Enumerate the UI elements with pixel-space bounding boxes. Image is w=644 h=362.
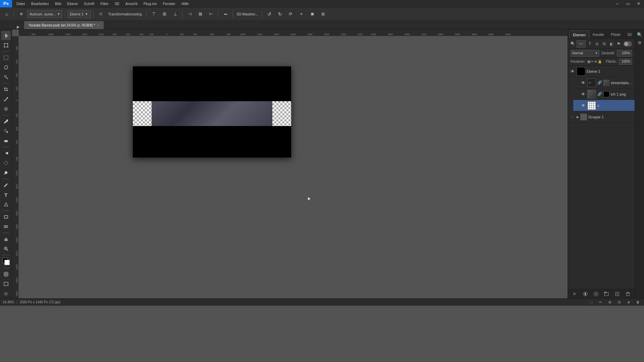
panel-toggle[interactable]: ▶: [17, 25, 19, 29]
bottom-icon-5[interactable]: ⊕: [625, 299, 632, 306]
tool-crop[interactable]: [1, 85, 11, 94]
tool-extra[interactable]: ⊡: [1, 289, 11, 298]
tool-eyedropper[interactable]: [1, 95, 11, 104]
undo-btn[interactable]: ↺: [265, 9, 274, 19]
align-hcenter[interactable]: ⊠: [196, 9, 205, 19]
menu-datei[interactable]: Datei: [13, 0, 28, 7]
menu-ebene[interactable]: Ebene: [64, 0, 81, 7]
minimize-button[interactable]: ─: [612, 0, 623, 7]
move-tool[interactable]: ⊕: [16, 9, 26, 19]
layer-search-field[interactable]: Art: [577, 40, 586, 48]
redo-btn[interactable]: ↻: [275, 9, 285, 19]
mask-btn[interactable]: ▣: [308, 9, 317, 19]
tool-pen[interactable]: [1, 180, 11, 190]
menu-bild[interactable]: Bild: [52, 0, 64, 7]
align-bottom[interactable]: ⊥: [170, 9, 180, 19]
align-vcenter[interactable]: ⊞: [160, 9, 169, 19]
layer-item-z[interactable]: 👁 z: [573, 100, 635, 111]
tool-screen-mode[interactable]: [1, 279, 11, 289]
lock-artboard-icon[interactable]: ⊕: [594, 60, 597, 63]
layer-visibility-streamlabs[interactable]: 👁: [581, 80, 586, 85]
preview-btn[interactable]: ▤: [318, 9, 328, 19]
add-adjustment-button[interactable]: [592, 290, 600, 298]
menu-filter[interactable]: Filter: [97, 0, 111, 7]
panel-icon-search[interactable]: 🔍: [636, 31, 643, 38]
tool-clone-stamp[interactable]: [1, 126, 11, 136]
tool-dodge[interactable]: [1, 168, 11, 177]
tool-move[interactable]: [1, 31, 11, 40]
menu-hilfe[interactable]: Hilfe: [178, 0, 192, 7]
tool-marquee-rect[interactable]: [1, 53, 11, 62]
align-left[interactable]: ⊣: [185, 9, 194, 19]
tool-hand[interactable]: [1, 234, 11, 244]
close-button[interactable]: ✕: [633, 0, 644, 7]
tool-brush[interactable]: [1, 117, 11, 126]
bottom-icon-6[interactable]: 🗑: [635, 299, 641, 306]
lock-position-icon[interactable]: 🔒: [598, 60, 602, 63]
tab-kanaele[interactable]: Kanäle: [589, 31, 607, 39]
maximize-button[interactable]: ▭: [623, 0, 633, 7]
filter-type-btn[interactable]: T: [587, 41, 593, 47]
tool-rectangle[interactable]: [1, 212, 11, 222]
tool-artboard[interactable]: [1, 41, 11, 50]
filter-toggle[interactable]: [624, 41, 632, 47]
layer-item-gruppe1[interactable]: 👁 ▶ Gruppe 1: [568, 111, 635, 123]
tool-lasso[interactable]: [1, 63, 11, 72]
color-swatches[interactable]: [2, 258, 10, 265]
tool-3d[interactable]: 3D: [1, 222, 11, 231]
menu-plugins[interactable]: Plug-ins: [141, 0, 160, 7]
tool-path-select[interactable]: [1, 200, 11, 209]
tool-magic-wand[interactable]: [1, 72, 11, 82]
background-color[interactable]: [4, 260, 10, 265]
panel-icon-settings[interactable]: ⚙: [636, 39, 643, 46]
layer-visibility-ebene1[interactable]: 👁: [570, 69, 575, 74]
tab-pfade[interactable]: Pfade: [607, 31, 624, 39]
tab-3d[interactable]: 3D: [624, 31, 635, 39]
align-top[interactable]: ⊤: [149, 9, 158, 19]
tool-quick-mask[interactable]: [1, 269, 11, 279]
layer-item-ebene1[interactable]: 👁 Ebene 1: [568, 66, 635, 77]
tab-ebenen[interactable]: Ebenen: [569, 31, 589, 39]
align-right[interactable]: ⊢: [206, 9, 216, 19]
filter-adj-btn[interactable]: ⊘: [594, 41, 600, 47]
rotate-btn[interactable]: ⟳: [286, 9, 296, 19]
more-options[interactable]: •••: [221, 9, 230, 19]
tool-gradient[interactable]: [1, 148, 11, 158]
blend-mode-dropdown[interactable]: Normal ▼: [571, 50, 599, 57]
layer-item-streamlabs[interactable]: 👁 T 🔗 streamlabs obs personal use: [573, 77, 635, 88]
layer-visibility-ich1png[interactable]: 👁: [581, 92, 586, 97]
menu-3d[interactable]: 3D: [112, 0, 122, 7]
filter-attr-btn[interactable]: ⚑: [616, 41, 622, 47]
layer-item-ich1png[interactable]: 👁 🔗 ich 1 png: [573, 88, 635, 100]
bottom-icon-2[interactable]: ✏: [597, 299, 604, 306]
menu-schrift[interactable]: Schrift: [81, 0, 97, 7]
tool-zoom[interactable]: [1, 244, 11, 253]
filter-mode-btn[interactable]: ◐: [608, 41, 614, 47]
menu-bearbeiten[interactable]: Bearbeiten: [28, 0, 52, 7]
layer-visibility-gruppe1[interactable]: 👁: [570, 114, 575, 120]
group-arrow-gruppe1[interactable]: ▶: [577, 115, 579, 119]
fx-button[interactable]: fx: [571, 290, 578, 298]
tool-eraser[interactable]: [1, 136, 11, 145]
canvas-area[interactable]: 800 1600 1400 1200 1000 800 600 400 200 …: [12, 29, 568, 298]
filter-btn[interactable]: ⌖: [297, 9, 306, 19]
filter-effects-btn[interactable]: fx: [601, 41, 607, 47]
layer-visibility-z[interactable]: 👁: [581, 103, 586, 108]
menu-ansicht[interactable]: Ansicht: [122, 0, 141, 7]
lock-paint-icon[interactable]: ✏: [591, 60, 594, 63]
lock-transparent-icon[interactable]: ▦: [587, 60, 590, 63]
bottom-icon-4[interactable]: ⊟: [616, 299, 623, 306]
opacity-input[interactable]: 100%: [617, 50, 632, 57]
checkbox-icon[interactable]: ☑: [96, 9, 105, 19]
bottom-icon-1[interactable]: ⬚: [588, 299, 594, 306]
auto-select-dropdown[interactable]: Autoum. ausw... ▼: [27, 10, 62, 18]
new-layer-button[interactable]: [613, 290, 621, 298]
menu-fenster[interactable]: Fenster: [160, 0, 178, 7]
create-group-button[interactable]: [603, 290, 610, 298]
tool-type[interactable]: T: [1, 190, 11, 199]
fill-input[interactable]: 100%: [619, 59, 632, 65]
layer-dropdown[interactable]: Ebene 1 ▼: [67, 10, 91, 18]
tab-close-button[interactable]: ×: [97, 23, 99, 27]
tool-blur[interactable]: [1, 158, 11, 168]
active-tab[interactable]: Youtube Banner.psdc bei 24,5% (z, RGB/8)…: [24, 21, 104, 29]
